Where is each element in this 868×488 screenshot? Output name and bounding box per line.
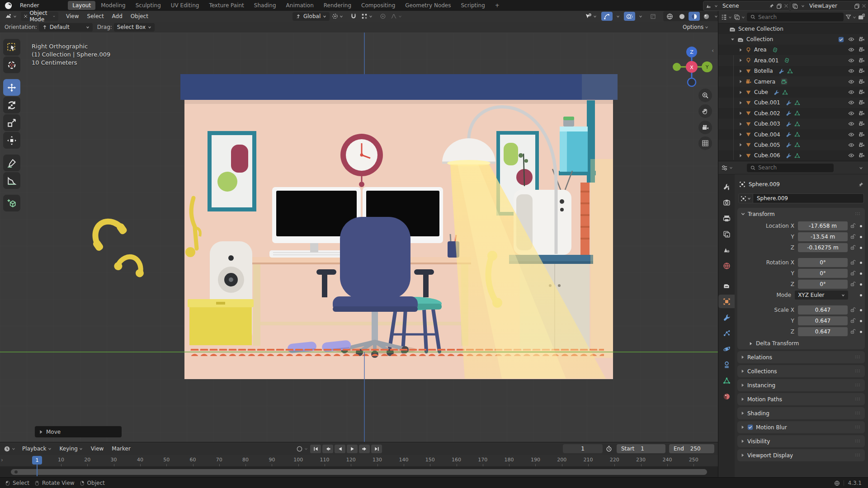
animate-dot[interactable] [860,331,862,333]
timeline-menu-marker[interactable]: Marker [108,443,134,454]
eye-toggle[interactable] [848,142,854,148]
drag-grip-icon[interactable] [855,369,861,373]
camera-toggle[interactable] [859,110,865,117]
panel-shading[interactable]: Shading [737,407,865,419]
lock-icon[interactable] [850,245,856,250]
expander-icon[interactable] [738,153,743,158]
tab-modeling[interactable]: Modeling [96,1,130,10]
outliner-search-input[interactable]: Search [747,13,844,21]
frame-end-field[interactable]: End250 [669,444,714,453]
timeline-editor-button[interactable] [4,446,15,452]
panel-visibility[interactable]: Visibility [737,435,865,447]
tool-transform-button[interactable] [3,132,20,149]
drag-dropdown[interactable]: Select Box [114,23,155,32]
timeline-ruler[interactable]: 1 10203040506070809010011012013014015016… [0,455,718,466]
value-field[interactable]: 0° [798,280,848,289]
expander-icon[interactable] [738,90,743,95]
drag-grip-icon[interactable] [855,355,861,359]
eye-toggle[interactable] [848,121,854,127]
lock-icon[interactable] [850,223,856,229]
blender-logo-icon[interactable] [5,2,12,9]
tab-layout[interactable]: Layout [68,1,95,10]
properties-tab-particles[interactable] [718,326,735,340]
expander-icon[interactable] [738,111,743,116]
eye-toggle[interactable] [848,47,854,53]
lock-icon[interactable] [850,271,856,276]
properties-tab-output[interactable] [718,211,735,225]
properties-tab-world[interactable] [718,259,735,272]
camera-toggle[interactable] [859,89,865,95]
panel-collections[interactable]: Collections [737,365,865,377]
animate-dot[interactable] [860,262,862,264]
shading-solid-button[interactable] [676,12,688,21]
properties-tab-constraints[interactable] [718,358,735,371]
camera-toggle[interactable] [859,79,865,85]
tab-animation[interactable]: Animation [282,1,318,10]
checkbox-toggle[interactable] [838,37,844,42]
properties-tab-physics[interactable] [718,342,735,356]
panel-header[interactable]: Motion Paths [737,393,865,405]
transport-prev-key-button[interactable] [322,445,333,453]
camera-toggle[interactable] [859,152,865,159]
viewport-grid-button[interactable] [698,136,712,150]
panel-header[interactable]: Viewport Display [737,449,865,461]
use-preview-range-icon[interactable] [606,446,612,452]
scene-selector[interactable]: Scene [703,1,791,11]
properties-tab-material[interactable] [718,389,735,403]
panel-header[interactable]: Instancing [737,379,865,391]
properties-tab-object[interactable] [718,295,735,308]
rotation-mode-dropdown[interactable]: XYZ Euler [795,291,848,300]
properties-tab-scene[interactable] [718,243,735,257]
animate-dot[interactable] [860,309,862,311]
outliner-row-cube[interactable]: Cube [718,87,868,97]
eye-toggle[interactable] [848,79,854,85]
delta-transform-section[interactable]: Delta Transform [737,338,865,349]
timeline-menu-playback[interactable]: Playback [18,443,56,454]
object-id-icon[interactable] [738,193,753,203]
show-gizmo-toggle[interactable] [601,12,613,21]
timeline-scrollbar[interactable] [11,469,707,475]
viewport-canvas[interactable]: Right Orthographic (1) Collection | Sphe… [0,33,718,442]
tab-compositing[interactable]: Compositing [357,1,400,10]
camera-toggle[interactable] [859,142,865,148]
eye-toggle[interactable] [848,110,854,117]
snap-toggle-button[interactable] [348,12,359,21]
current-frame-marker[interactable]: 1 [32,456,42,465]
frame-start-field[interactable]: Start1 [617,444,665,453]
viewport-camera-button[interactable] [698,121,712,134]
outliner-row-cube-006[interactable]: Cube.006 [718,150,868,161]
show-overlays-toggle[interactable] [624,12,635,21]
properties-search-input[interactable]: Search [747,164,834,172]
outliner-row-cube-004[interactable]: Cube.004 [718,129,868,140]
transport-jump-start-button[interactable] [310,445,321,453]
proportional-falloff-dropdown[interactable] [388,12,404,21]
expander-icon[interactable] [738,142,743,147]
timeline-expand-icon[interactable]: › [1,457,3,463]
viewport-menu-select[interactable]: Select [83,11,108,22]
tool-annotate-button[interactable] [3,155,20,171]
tab-geometry-nodes[interactable]: Geometry Nodes [401,1,455,10]
pivot-point-dropdown[interactable] [330,12,345,21]
transport-next-key-button[interactable] [359,445,370,453]
checkbox-icon[interactable] [747,424,753,430]
outliner-row-botella[interactable]: Botella [718,66,868,76]
current-frame-field[interactable]: 1 [563,444,603,453]
value-field[interactable]: 0.647 [798,327,848,336]
expander-icon[interactable] [738,122,743,127]
tool-rotate-button[interactable] [3,97,20,113]
tab-scripting[interactable]: Scripting [456,1,489,10]
snap-settings-dropdown[interactable] [359,12,375,21]
panel-header[interactable]: Shading [737,407,865,419]
outliner-row-scene-collection[interactable]: Scene Collection [718,23,868,34]
panel-viewport-display[interactable]: Viewport Display [737,449,865,461]
tool-measure-button[interactable] [3,172,20,189]
viewport-menu-object[interactable]: Object [127,11,152,22]
new-collection-icon[interactable] [858,14,865,20]
pin-icon[interactable] [769,3,774,9]
filter-icon[interactable] [845,14,856,20]
lock-icon[interactable] [850,329,856,334]
value-field[interactable]: 0° [798,269,848,278]
camera-toggle[interactable] [859,47,865,53]
properties-tab-modifiers[interactable] [718,310,735,324]
editor-type-button[interactable] [3,12,19,21]
